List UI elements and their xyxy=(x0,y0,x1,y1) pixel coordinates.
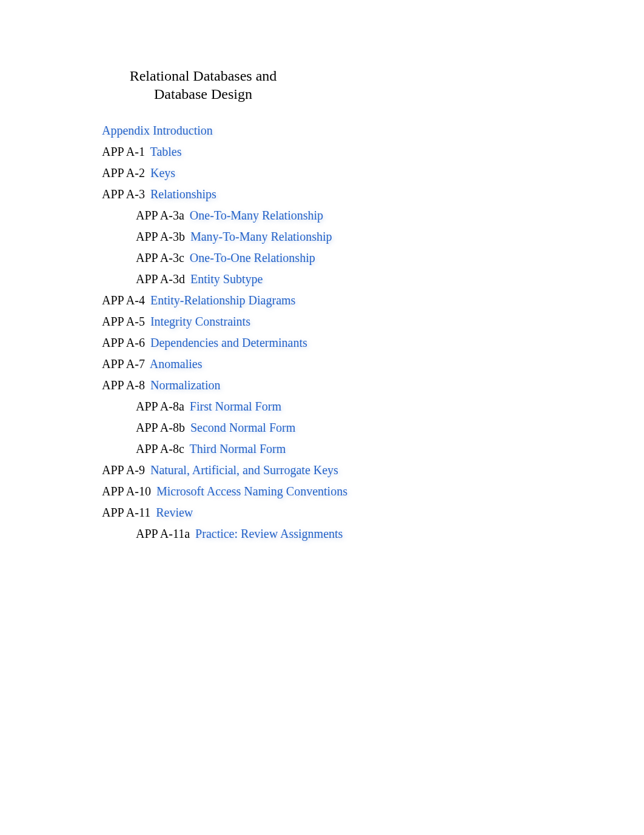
toc-prefix: APP A-7 xyxy=(102,357,145,371)
toc-item: APP A-3a One-To-Many Relationship xyxy=(119,205,559,226)
toc-prefix: APP A-5 xyxy=(102,315,145,328)
toc-link[interactable]: Third Normal Form xyxy=(189,442,286,455)
toc-link[interactable]: Second Normal Form xyxy=(190,421,295,434)
toc-item: APP A-1 Tables xyxy=(85,141,559,163)
toc-sublist: APP A-8a First Normal FormAPP A-8b Secon… xyxy=(119,396,559,460)
toc-prefix: APP A-6 xyxy=(102,336,145,349)
toc-link[interactable]: Keys xyxy=(150,166,175,179)
toc-prefix: APP A-11 xyxy=(102,506,150,519)
toc-prefix: APP A-3c xyxy=(136,251,184,264)
toc-item: APP A-8a First Normal Form xyxy=(119,396,559,417)
toc-entry: APP A-10 Microsoft Access Naming Convent… xyxy=(102,485,347,498)
toc-entry: APP A-7 Anomalies xyxy=(102,357,203,371)
toc-entry: APP A-2 Keys xyxy=(102,166,175,180)
toc-entry: APP A-8 Normalization xyxy=(102,378,220,392)
toc-link[interactable]: Normalization xyxy=(150,378,221,392)
toc-link[interactable]: One-To-One Relationship xyxy=(190,251,315,264)
toc-prefix: APP A-3 xyxy=(102,187,145,201)
toc-prefix: APP A-9 xyxy=(102,463,145,477)
toc-entry: APP A-3b Many-To-Many Relationship xyxy=(136,230,332,244)
toc-item: APP A-5 Integrity Constraints xyxy=(85,311,559,332)
toc-link[interactable]: Entity Subtype xyxy=(190,272,263,286)
toc-item: APP A-6 Dependencies and Determinants xyxy=(85,332,559,354)
toc-link[interactable]: Appendix Introduction xyxy=(102,124,213,137)
toc-entry: APP A-11 Review xyxy=(102,506,193,520)
toc-entry: APP A-5 Integrity Constraints xyxy=(102,315,250,329)
toc-entry: APP A-3 Relationships xyxy=(102,187,216,201)
toc-item: Appendix Introduction xyxy=(85,120,559,141)
toc-link[interactable]: Many-To-Many Relationship xyxy=(190,230,332,243)
toc-item: APP A-3b Many-To-Many Relationship xyxy=(119,226,559,247)
toc-prefix: APP A-11a xyxy=(136,527,190,540)
toc-prefix: APP A-3a xyxy=(136,209,184,222)
toc-item: APP A-4 Entity-Relationship Diagrams xyxy=(85,290,559,311)
toc-entry: Appendix Introduction xyxy=(102,124,213,138)
toc-link[interactable]: Practice: Review Assignments xyxy=(195,527,343,540)
toc-link[interactable]: First Normal Form xyxy=(190,400,281,413)
toc-link[interactable]: Relationships xyxy=(150,187,216,201)
toc-item: APP A-11 Review xyxy=(85,502,559,523)
toc-item: APP A-3d Entity Subtype xyxy=(119,269,559,290)
toc-entry: APP A-9 Natural, Artificial, and Surroga… xyxy=(102,463,338,477)
toc-prefix: APP A-8a xyxy=(136,400,184,413)
toc-entry: APP A-1 Tables xyxy=(102,145,182,159)
toc-link[interactable]: Entity-Relationship Diagrams xyxy=(150,293,295,307)
toc-link[interactable]: Anomalies xyxy=(150,357,203,371)
toc-entry: APP A-8c Third Normal Form xyxy=(136,442,286,456)
toc-link[interactable]: One-To-Many Relationship xyxy=(190,209,323,222)
toc-item: APP A-10 Microsoft Access Naming Convent… xyxy=(85,481,559,502)
toc-entry: APP A-3d Entity Subtype xyxy=(136,272,263,286)
toc-item: APP A-3c One-To-One Relationship xyxy=(119,247,559,269)
toc-prefix: APP A-2 xyxy=(102,166,145,179)
toc-prefix: APP A-3d xyxy=(136,272,185,286)
toc-item: APP A-3 Relationships xyxy=(85,184,559,205)
toc-item: APP A-7 Anomalies xyxy=(85,354,559,375)
toc-link[interactable]: Tables xyxy=(150,145,182,158)
toc-link[interactable]: Dependencies and Determinants xyxy=(150,336,307,349)
toc-prefix: APP A-3b xyxy=(136,230,185,243)
toc-item: APP A-2 Keys xyxy=(85,163,559,184)
toc-sublist: APP A-11a Practice: Review Assignments xyxy=(119,523,559,545)
toc-item: APP A-8b Second Normal Form xyxy=(119,417,559,438)
toc-prefix: APP A-10 xyxy=(102,485,151,498)
toc-item: APP A-9 Natural, Artificial, and Surroga… xyxy=(85,460,559,481)
toc-item: APP A-8c Third Normal Form xyxy=(119,438,559,460)
toc-prefix: APP A-4 xyxy=(102,293,145,307)
toc-link[interactable]: Microsoft Access Naming Conventions xyxy=(156,485,347,498)
toc-entry: APP A-8b Second Normal Form xyxy=(136,421,295,435)
toc-entry: APP A-3a One-To-Many Relationship xyxy=(136,209,323,223)
toc-item: APP A-11a Practice: Review Assignments xyxy=(119,523,559,545)
toc-link[interactable]: Review xyxy=(156,506,193,519)
toc-prefix: APP A-8c xyxy=(136,442,184,455)
toc-link[interactable]: Natural, Artificial, and Surrogate Keys xyxy=(150,463,338,477)
toc-link[interactable]: Integrity Constraints xyxy=(150,315,250,328)
toc-sublist: APP A-3a One-To-Many RelationshipAPP A-3… xyxy=(119,205,559,290)
toc-entry: APP A-8a First Normal Form xyxy=(136,400,281,414)
toc-prefix: APP A-8 xyxy=(102,378,145,392)
toc-entry: APP A-3c One-To-One Relationship xyxy=(136,251,315,265)
toc-entry: APP A-4 Entity-Relationship Diagrams xyxy=(102,293,295,307)
page-title: Relational Databases and Database Design xyxy=(109,67,297,103)
toc-item: APP A-8 Normalization xyxy=(85,375,559,396)
toc-prefix: APP A-8b xyxy=(136,421,185,434)
toc-entry: APP A-6 Dependencies and Determinants xyxy=(102,336,307,350)
toc-entry: APP A-11a Practice: Review Assignments xyxy=(136,527,343,541)
toc-prefix: APP A-1 xyxy=(102,145,145,158)
toc-list: Appendix IntroductionAPP A-1 TablesAPP A… xyxy=(85,120,559,545)
